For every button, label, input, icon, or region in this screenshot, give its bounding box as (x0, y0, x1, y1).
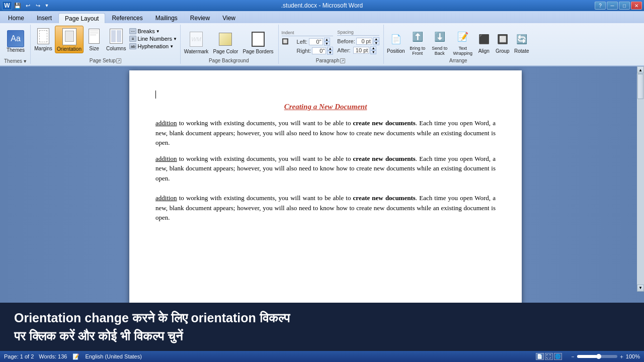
word-logo: W (2, 1, 12, 10)
margins-label: Margins (34, 46, 52, 51)
spacing-before-up[interactable]: ▲ (373, 37, 379, 41)
send-to-back-label: Send toBack (432, 46, 447, 56)
text-wrapping-btn[interactable]: 📝 TextWrapping (451, 27, 474, 57)
position-label: Position (387, 48, 405, 54)
send-to-back-btn[interactable]: ⬇️ Send toBack (429, 27, 450, 57)
page-borders-btn[interactable]: Page Borders (241, 29, 275, 55)
ribbon-tabs: Home Insert Page Layout References Maili… (0, 11, 644, 23)
language-status: English (United States) (85, 353, 142, 359)
bring-to-front-btn[interactable]: ⬆️ Bring toFront (407, 27, 428, 57)
indent-right-down[interactable]: ▼ (327, 51, 333, 55)
position-btn[interactable]: 📄 Position (386, 29, 406, 55)
orientation-btn[interactable]: Orientation (55, 26, 84, 53)
paragraph-2: addition to working with existing docume… (155, 154, 496, 184)
ribbon-group-page-setup: Margins Orientation (31, 25, 181, 64)
columns-btn[interactable]: Columns (105, 26, 127, 52)
page-status: Page: 1 of 2 (4, 353, 34, 359)
watermark-btn[interactable]: WM Watermark (183, 29, 210, 55)
page-borders-label: Page Borders (243, 49, 273, 54)
ribbon-group-themes: Aa Themes Themes ▼ (2, 25, 31, 64)
paragraph-dialog-launcher[interactable]: ↗ (340, 58, 345, 63)
left-scroll-area (0, 66, 7, 303)
align-btn[interactable]: ⬛ Align (475, 29, 493, 55)
page-color-btn[interactable]: Page Color (211, 29, 239, 55)
zoom-in-btn[interactable]: ＋ (619, 353, 624, 360)
zoom-slider[interactable] (577, 355, 617, 358)
tab-review[interactable]: Review (184, 13, 216, 23)
indent-right-value: 0" (312, 47, 326, 54)
subtitle-text: Orientation change करने के लिए orientati… (14, 309, 630, 345)
help-btn[interactable]: ? (595, 2, 606, 10)
breaks-btn[interactable]: ⋯ Breaks ▼ (128, 28, 178, 35)
line-numbers-btn[interactable]: ≡ Line Numbers ▼ (128, 35, 178, 42)
ribbon-group-label-themes: Themes ▼ (4, 58, 27, 64)
undo-qa-btn[interactable]: ↩ (23, 2, 32, 10)
indent-left-up[interactable]: ▲ (324, 38, 330, 42)
maximize-btn[interactable]: □ (619, 2, 630, 10)
view-btns: 📄 ⛶ 🌐 (536, 353, 562, 360)
print-view-btn[interactable]: 📄 (536, 353, 544, 360)
ribbon-group-label-page-setup: Page Setup ↗ (33, 58, 178, 64)
close-btn[interactable]: ✕ (631, 2, 642, 10)
doc-scroll-area: Creating a New Document addition to work… (7, 66, 644, 303)
redo-qa-btn[interactable]: ↪ (33, 2, 42, 10)
window-controls: ? ─ □ ✕ (595, 2, 642, 10)
customize-qa-btn[interactable]: ▼ (43, 2, 50, 10)
spacing-after-down[interactable]: ▼ (370, 50, 376, 54)
spacing-after-label: After: (337, 47, 352, 53)
tab-mailings[interactable]: Mailings (149, 13, 184, 23)
spacing-after-up[interactable]: ▲ (370, 46, 376, 50)
spell-icon[interactable]: 📝 (72, 352, 80, 360)
zoom-out-btn[interactable]: － (570, 353, 576, 360)
margins-btn[interactable]: Margins (33, 26, 54, 52)
indent-left-value: 0" (309, 38, 323, 45)
full-screen-btn[interactable]: ⛶ (545, 353, 553, 360)
tab-home[interactable]: Home (2, 13, 30, 23)
spacing-before-down[interactable]: ▼ (373, 41, 379, 45)
document-page[interactable]: Creating a New Document addition to work… (129, 70, 522, 303)
minimize-btn[interactable]: ─ (607, 2, 618, 10)
indent-left-label: Left: (297, 39, 308, 45)
ribbon-group-arrange: 📄 Position ⬆️ Bring toFront ⬇️ Send toBa… (384, 25, 533, 64)
text-wrapping-label: TextWrapping (453, 46, 472, 56)
word-count-status: Words: 136 (39, 353, 67, 359)
web-view-btn[interactable]: 🌐 (554, 353, 562, 360)
zoom-level: 100% (626, 353, 640, 359)
quick-access-toolbar: W 💾 ↩ ↪ ▼ (2, 1, 50, 10)
ribbon-group-label-page-bg: Page Background (183, 58, 275, 64)
status-bar: Page: 1 of 2 Words: 136 📝 English (Unite… (0, 351, 644, 362)
size-btn[interactable]: Size (85, 26, 104, 52)
scroll-down-btn[interactable]: ▼ (637, 285, 644, 292)
themes-label: Themes (7, 47, 25, 53)
indent-left-down[interactable]: ▼ (324, 42, 330, 46)
ribbon-content: Aa Themes Themes ▼ Margins (0, 23, 644, 66)
group-btn[interactable]: 🔲 Group (494, 29, 512, 55)
paragraph-3: addition to working with existing docume… (155, 193, 496, 223)
indent-right-up[interactable]: ▲ (327, 47, 333, 51)
columns-label: Columns (106, 46, 126, 51)
scroll-track (637, 73, 644, 285)
rotate-label: Rotate (514, 48, 529, 54)
size-label: Size (89, 46, 99, 51)
paragraph-1: addition to working with existing docume… (155, 118, 496, 148)
group-label: Group (496, 48, 510, 54)
hyphenation-btn[interactable]: ab Hyphenation ▼ (128, 43, 178, 50)
tab-insert[interactable]: Insert (31, 13, 58, 23)
themes-btn[interactable]: Aa Themes (5, 30, 26, 53)
rotate-btn[interactable]: 🔄 Rotate (513, 29, 531, 55)
subtitle-bar: Orientation change करने के लिए orientati… (0, 303, 644, 351)
tab-references[interactable]: References (106, 13, 148, 23)
watermark-label: Watermark (184, 49, 209, 54)
scroll-up-btn[interactable]: ▲ (637, 66, 644, 73)
bring-to-front-label: Bring toFront (410, 46, 425, 56)
tab-page-layout[interactable]: Page Layout (58, 13, 105, 23)
save-qa-btn[interactable]: 💾 (13, 2, 22, 10)
title-bar-title: .student.docx - Microsoft Word (281, 2, 363, 9)
spacing-before-label: Before: (337, 38, 355, 44)
themes-dialog-launcher[interactable]: ▼ (23, 59, 27, 64)
tab-view[interactable]: View (216, 13, 242, 23)
right-scrollbar: ▲ ▼ (637, 66, 644, 292)
ribbon-group-label-paragraph: Paragraph ↗ (282, 58, 379, 64)
scroll-thumb[interactable] (637, 74, 643, 99)
page-setup-dialog-launcher[interactable]: ↗ (116, 58, 121, 63)
